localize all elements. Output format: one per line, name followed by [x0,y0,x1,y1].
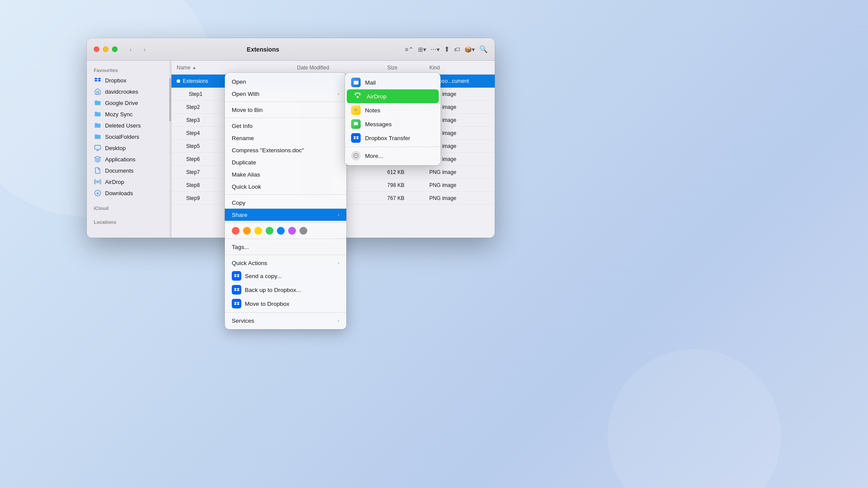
messages-icon [351,119,361,129]
tag-icon[interactable]: 🏷 [454,46,460,53]
share-icon[interactable]: ⬆ [444,45,450,53]
context-menu: Open Open With › Move to Bin Get Info Re… [225,73,346,329]
mail-icon [351,78,361,87]
menu-tags-row [225,225,346,237]
submenu-notes[interactable]: Notes [345,103,441,117]
sidebar-item-desktop[interactable]: Desktop [87,142,171,154]
dropbox-icon-send [232,271,241,281]
menu-get-info[interactable]: Get Info [225,120,346,132]
submenu-separator [345,147,441,147]
menu-rename[interactable]: Rename [225,132,346,144]
locations-label: Locations [87,216,171,226]
toolbar-right: ≡⌃ ⊞▾ ⋯▾ ⬆ 🏷 📦▾ 🔍 [405,45,488,53]
window-title: Extensions [121,46,405,53]
tag-gray[interactable] [299,227,307,235]
menu-move-to-bin[interactable]: Move to Bin [225,104,346,116]
sidebar-item-documents[interactable]: Documents [87,165,171,176]
documents-label: Documents [105,167,134,174]
minimize-button[interactable] [103,46,108,52]
sidebar-item-dropbox[interactable]: Dropbox [87,75,171,86]
menu-duplicate[interactable]: Duplicate [225,156,346,168]
menu-share[interactable]: Share › [225,209,346,221]
tag-purple[interactable] [288,227,296,235]
tag-orange[interactable] [243,227,251,235]
dropbox-icon[interactable]: 📦▾ [464,46,475,53]
menu-quick-look[interactable]: Quick Look [225,180,346,193]
deletedusers-label: Deleted Users [105,122,141,129]
menu-backup-dropbox[interactable]: Back up to Dropbox... [225,283,346,297]
menu-tags-dots[interactable]: Tags... [225,241,346,253]
submenu-airdrop[interactable]: AirDrop [347,89,439,103]
airdrop-label: AirDrop [105,179,124,185]
maximize-button[interactable] [112,46,118,52]
grid-view-icon[interactable]: ⊞▾ [418,46,426,53]
dropbox-label: Dropbox [105,77,126,84]
applications-icon [94,155,102,163]
action-icon[interactable]: ⋯▾ [431,46,440,53]
share-submenu: Mail AirDrop Notes Messages Dropbox Tran… [345,73,441,165]
submenu-dropbox-transfer[interactable]: Dropbox Transfer [345,131,441,145]
airdrop-sidebar-icon [94,178,102,186]
menu-open-with[interactable]: Open With › [225,88,346,100]
submenu-mail[interactable]: Mail [345,75,441,89]
separator-5 [225,239,346,239]
title-bar: ‹ › Extensions ≡⌃ ⊞▾ ⋯▾ ⬆ 🏷 📦▾ 🔍 [87,38,495,61]
tag-blue[interactable] [277,227,285,235]
submenu-messages[interactable]: Messages [345,117,441,131]
separator-2 [225,118,346,118]
folder-icon-1 [94,99,102,107]
desktop-label: Desktop [105,145,126,151]
sidebar-item-applications[interactable]: Applications [87,154,171,165]
name-column-header[interactable]: Name ▲ [177,65,297,71]
icloud-label: iCloud [87,202,171,213]
tag-yellow[interactable] [254,227,262,235]
menu-services[interactable]: Services › [225,314,346,327]
svg-point-4 [357,96,359,98]
folder-icon-2 [94,110,102,118]
menu-make-alias[interactable]: Make Alias [225,168,346,180]
downloads-icon [94,189,102,197]
sidebar-item-deletedusers[interactable]: Deleted Users [87,120,171,131]
menu-open[interactable]: Open [225,75,346,88]
desktop-icon [94,144,102,152]
separator-3 [225,194,346,195]
airdrop-submenu-icon [353,92,362,101]
menu-move-dropbox[interactable]: Move to Dropbox [225,297,346,311]
kind-column-header[interactable]: Kind [429,65,490,71]
search-icon[interactable]: 🔍 [479,45,488,53]
menu-copy[interactable]: Copy [225,197,346,209]
sidebar-item-home[interactable]: davidcrookes [87,86,171,97]
favourites-label: Favourites [87,64,171,75]
home-label: davidcrookes [105,88,138,95]
submenu-more[interactable]: More... [345,149,441,163]
tag-red[interactable] [232,227,240,235]
dropbox-transfer-icon [351,133,361,143]
downloads-label: Downloads [105,190,133,197]
close-button[interactable] [94,46,99,52]
dropbox-sidebar-icon [94,76,102,84]
separator-7 [225,312,346,313]
dropbox-icon-move [232,299,241,308]
svg-rect-0 [95,145,100,149]
menu-send-copy[interactable]: Send a copy... [225,269,346,283]
separator-6 [225,255,346,255]
menu-compress[interactable]: Compress "Extensions.doc" [225,144,346,156]
home-icon [94,88,102,95]
mozysync-label: Mozy Sync [105,111,133,118]
sidebar-item-googledrive[interactable]: Google Drive [87,97,171,108]
size-column-header[interactable]: Size [387,65,429,71]
dropbox-icon-backup [232,285,241,295]
separator-1 [225,102,346,102]
socialfolders-label: SocialFolders [105,134,139,140]
list-view-icon[interactable]: ≡⌃ [405,46,414,53]
folder-icon-4 [94,133,102,141]
sidebar-item-downloads[interactable]: Downloads [87,187,171,199]
menu-quick-actions[interactable]: Quick Actions › [225,257,346,269]
tag-green[interactable] [266,227,273,235]
traffic-lights [94,46,118,52]
date-column-header[interactable]: Date Modified [297,65,387,71]
sidebar-item-mozysync[interactable]: Mozy Sync [87,108,171,120]
sidebar-item-socialfolders[interactable]: SocialFolders [87,131,171,142]
sidebar-item-airdrop[interactable]: AirDrop [87,176,171,187]
separator-4 [225,223,346,223]
